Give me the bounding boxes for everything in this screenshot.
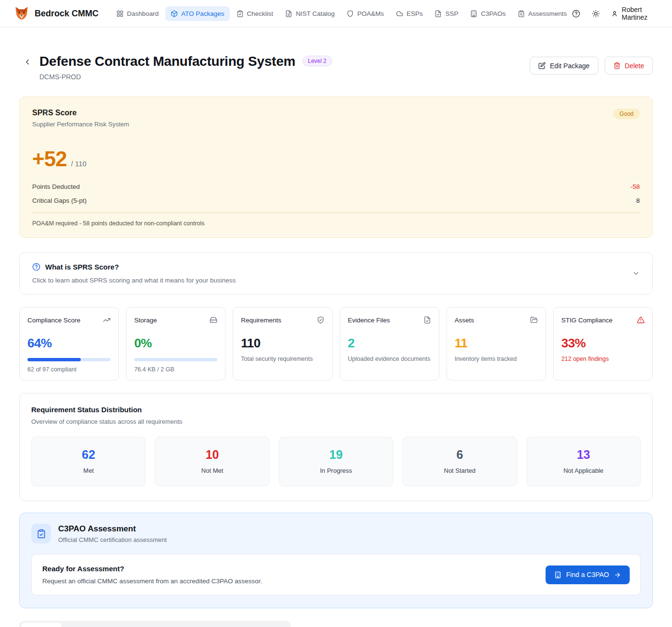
help-circle-icon [32,263,40,271]
user-menu[interactable]: Robert Martinez [611,6,659,21]
page-header: Defense Contract Manufacturing SystemLev… [19,54,653,81]
trending-up-icon [103,316,111,324]
stig-compliance-card: STIG Compliance 33% 212 open findings [553,307,653,381]
tab-ssp[interactable]: SSP [225,623,252,627]
stig-compliance-caption: 212 open findings [561,356,645,362]
theme-toggle-button[interactable] [592,10,600,18]
assets-card: Assets 11 Inventory items tracked [447,307,546,381]
banner-subtitle: Click to learn about SPRS scoring and wh… [32,277,236,284]
evidence-files-caption: Uploaded evidence documents [348,356,431,362]
ready-for-assessment-panel: Ready for Assessment? Request an officia… [31,554,641,595]
clipboard-check-icon [236,10,244,17]
main-nav: Dashboard ATO Packages Checklist NIST Ca… [111,6,572,21]
stat-cards-row: Compliance Score 64% 62 of 97 compliant … [19,307,653,381]
user-name: Robert Martinez [622,6,659,21]
tab-assets[interactable]: Assets [191,623,224,627]
storage-card: Storage 0% 76.4 KB / 2 GB [126,307,225,381]
status-tile-not-started[interactable]: 6 Not Started [402,437,517,486]
expand-banner-button[interactable] [632,270,640,277]
tab-reports[interactable]: Reports [253,623,289,627]
brand-title: Bedrock CMMC [35,9,99,19]
nav-label: POA&Ms [357,10,384,17]
compliance-caption: 62 of 97 compliant [27,366,111,373]
sprs-info-banner[interactable]: What is SPRS Score? Click to learn about… [19,252,653,295]
clipboard-check-icon [31,524,51,543]
storage-value: 0% [134,336,217,351]
find-c3pao-button[interactable]: Find a C3PAO [546,566,630,584]
fox-logo-icon [13,5,30,22]
evidence-files-value: 2 [348,336,431,351]
sprs-score-value: +52 [32,147,67,171]
top-nav-bar: Bedrock CMMC Dashboard ATO Packages Chec… [0,0,672,27]
c3pao-title: C3PAO Assessment [58,524,167,534]
nav-label: ESPs [407,10,423,17]
cloud-icon [396,10,403,17]
stig-compliance-value: 33% [561,336,645,351]
edit-package-button[interactable]: Edit Package [530,57,598,74]
package-id: DCMS-PROD [39,73,332,81]
storage-caption: 76.4 KB / 2 GB [134,366,217,373]
help-button[interactable] [572,10,580,18]
nav-item-esps[interactable]: ESPs [391,6,428,21]
nav-item-dashboard[interactable]: Dashboard [111,6,164,21]
evidence-files-card: Evidence Files 2 Uploaded evidence docum… [340,307,439,381]
nav-item-ato-packages[interactable]: ATO Packages [165,6,230,21]
clipboard-list-icon [518,10,525,17]
nav-label: Assessments [528,10,567,17]
tab-stigs[interactable]: STIGs [159,623,190,627]
sprs-row-critical-gaps: Critical Gaps (5-pt) 8 [32,194,640,208]
folder-open-icon [530,316,538,324]
status-tile-not-applicable[interactable]: 13 Not Applicable [526,437,641,486]
nav-item-assessments[interactable]: Assessments [512,6,572,21]
nav-label: NIST Catalog [296,10,335,17]
nav-label: SSP [445,10,458,17]
status-tile-not-met[interactable]: 10 Not Met [155,437,269,486]
sprs-footer-note: POA&M required - 58 points deducted for … [32,212,640,227]
compliance-score-card: Compliance Score 64% 62 of 97 compliant [19,307,119,381]
ready-text: Request an official CMMC assessment from… [42,578,262,585]
page-title: Defense Contract Manufacturing System [39,54,296,69]
tab-requirements[interactable]: Requirements [62,623,116,627]
nav-item-ssp[interactable]: SSP [429,6,463,21]
back-button[interactable] [23,58,32,66]
nav-item-c3paos[interactable]: C3PAOs [465,6,511,21]
chevron-left-icon [23,58,32,66]
shield-check-icon [317,316,324,324]
storage-progress-bar [134,358,217,361]
package-tabs: Overview Requirements Evidence STIGs Ass… [19,621,291,627]
compliance-score-value: 64% [27,336,111,351]
c3pao-assessment-card: C3PAO Assessment Official CMMC certifica… [19,513,653,608]
shield-icon [347,10,354,17]
status-tile-in-progress[interactable]: 19 In Progress [279,437,393,486]
nav-item-nist-catalog[interactable]: NIST Catalog [280,6,340,21]
alert-triangle-icon [637,316,645,324]
distribution-subtitle: Overview of compliance status across all… [31,418,641,425]
nav-label: C3PAOs [481,10,506,17]
sprs-status-badge: Good [613,109,640,119]
sprs-title: SPRS Score [32,109,129,117]
building-icon [470,10,477,17]
edit-icon [538,62,546,69]
assets-caption: Inventory items tracked [455,356,538,362]
nav-label: Checklist [247,10,274,17]
trash-icon [613,62,621,69]
sprs-subtitle: Supplier Performance Risk System [32,121,129,128]
sun-icon [592,10,600,18]
sprs-row-points-deducted: Points Deducted -58 [32,180,640,194]
chevron-down-icon [632,270,640,277]
compliance-progress-bar [27,358,111,361]
nav-item-poams[interactable]: POA&Ms [341,6,389,21]
nav-item-checklist[interactable]: Checklist [231,6,279,21]
grid-icon [116,10,124,17]
package-icon [171,10,178,17]
critical-gaps-value: 8 [636,197,640,204]
delete-button[interactable]: Delete [605,57,653,74]
sprs-score-denominator: / 110 [71,160,87,168]
status-tile-met[interactable]: 62 Met [31,437,146,486]
tab-overview[interactable]: Overview [21,623,62,627]
points-deducted-value: -58 [630,183,640,190]
help-circle-icon [572,10,580,18]
tab-evidence[interactable]: Evidence [117,623,158,627]
c3pao-subtitle: Official CMMC certification assessment [58,536,167,543]
building-icon [554,571,561,578]
